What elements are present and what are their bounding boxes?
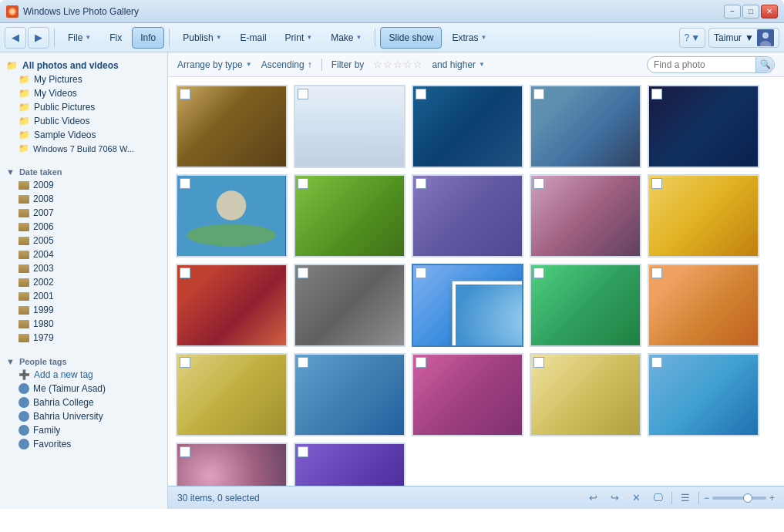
photo-thumb[interactable] [648,174,759,258]
sidebar-person-2[interactable]: Bahria University [0,409,167,423]
photo-checkbox[interactable] [533,268,544,278]
photo-checkbox[interactable] [180,178,190,189]
sidebar-person-1[interactable]: Bahria College [0,396,167,409]
publish-menu[interactable]: Publish ▼ [174,27,230,49]
photo-thumb[interactable] [530,353,641,436]
sidebar-year-1980[interactable]: 1980 [0,317,167,331]
fix-button[interactable]: Fix [101,27,130,49]
help-button[interactable]: ? ▼ [679,28,706,48]
slider-track[interactable] [712,497,766,500]
star-rating-filter[interactable]: ☆ ☆ ☆ ☆ ☆ [373,59,422,70]
photo-checkbox[interactable] [298,357,308,368]
photo-thumb[interactable] [294,443,405,486]
sidebar-year-2006[interactable]: 2006 [0,220,167,234]
sidebar-person-0[interactable]: Me (Taimur Asad) [0,382,167,396]
photo-checkbox[interactable] [651,268,662,278]
photo-thumb[interactable] [412,353,523,436]
photo-thumb[interactable] [412,174,523,258]
sidebar-year-2007[interactable]: 2007 [0,206,167,220]
photo-checkbox[interactable] [533,89,544,99]
photo-checkbox[interactable] [298,268,308,278]
photo-checkbox[interactable] [180,357,190,368]
make-menu[interactable]: Make ▼ [322,27,370,49]
photo-thumb[interactable] [176,85,288,168]
sidebar-person-4[interactable]: Favorites [0,437,167,451]
back-button[interactable]: ◀ [5,27,26,49]
photo-checkbox[interactable] [298,178,308,189]
photo-thumb[interactable] [176,174,288,258]
zoom-minus-icon[interactable]: − [704,493,709,503]
photo-checkbox[interactable] [651,89,662,99]
slider-thumb[interactable] [743,493,752,503]
photo-checkbox[interactable] [180,268,190,278]
photo-checkbox[interactable] [533,178,544,189]
list-view-button[interactable]: ☰ [677,490,694,507]
photo-thumb[interactable]: img23.jpg Not rated 3/6/2009 9:10 AM 1.3… [412,264,523,347]
photo-checkbox[interactable] [180,446,190,457]
sidebar-people-header[interactable]: ▼ People tags [0,352,167,368]
sidebar-year-2004[interactable]: 2004 [0,247,167,261]
sidebar-year-1979[interactable]: 1979 [0,331,167,345]
delete-button[interactable]: ✕ [628,490,645,507]
photo-checkbox[interactable] [416,89,426,99]
sidebar-year-2009[interactable]: 2009 [0,178,167,192]
sidebar-item-my-pictures[interactable]: 📁 My Pictures [0,72,167,86]
arrange-by-filter[interactable]: Arrange by type ▼ [177,59,252,70]
photo-thumb[interactable] [176,443,288,486]
undo-button[interactable]: ↩ [585,490,602,507]
photo-checkbox[interactable] [180,89,190,99]
photo-checkbox[interactable] [298,89,308,99]
maximize-button[interactable]: □ [742,5,759,19]
file-menu[interactable]: File ▼ [59,27,99,49]
photo-thumb[interactable] [294,174,405,258]
sidebar-year-2001[interactable]: 2001 [0,289,167,303]
sidebar-date-header[interactable]: ▼ Date taken [0,163,167,178]
forward-button[interactable]: ▶ [28,27,49,49]
sidebar-item-my-videos[interactable]: 📁 My Videos [0,86,167,100]
zoom-plus-icon[interactable]: + [769,493,775,503]
sidebar-year-2008[interactable]: 2008 [0,192,167,206]
print-menu[interactable]: Print ▼ [277,27,321,49]
photo-checkbox[interactable] [416,178,426,189]
search-button[interactable]: 🔍 [755,56,774,73]
photo-checkbox[interactable] [298,446,308,457]
photo-thumb[interactable] [294,264,405,347]
photo-thumb[interactable] [648,85,759,168]
extras-menu[interactable]: Extras ▼ [443,27,495,49]
photo-checkbox[interactable] [651,357,662,368]
email-button[interactable]: E-mail [232,27,275,49]
sidebar-item-public-pictures[interactable]: 📁 Public Pictures [0,100,167,114]
photo-thumb[interactable] [530,174,641,258]
photo-grid[interactable]: img23.jpg Not rated 3/6/2009 9:10 AM 1.3… [168,77,784,486]
photo-thumb[interactable] [176,353,288,436]
slideshow-button[interactable]: Slide show [380,27,442,49]
photo-thumb[interactable] [648,264,759,347]
and-higher-filter[interactable]: and higher ▼ [432,59,485,70]
photo-checkbox[interactable] [416,268,426,278]
sidebar-item-win7[interactable]: 📁 Windows 7 Build 7068 W... [0,142,167,155]
user-button[interactable]: Taimur ▼ [708,28,779,48]
sidebar-year-2002[interactable]: 2002 [0,275,167,289]
minimize-button[interactable]: − [724,5,741,19]
photo-thumb[interactable] [294,353,405,436]
photo-thumb[interactable] [176,264,288,347]
photo-thumb[interactable] [648,353,759,436]
photo-checkbox[interactable] [416,357,426,368]
sidebar-all-photos[interactable]: 📁 All photos and videos [0,57,167,72]
redo-button[interactable]: ↪ [607,490,624,507]
photo-thumb[interactable] [530,264,641,347]
sidebar-year-2003[interactable]: 2003 [0,261,167,275]
photo-thumb[interactable] [412,85,523,168]
sort-order-filter[interactable]: Ascending ↑ [261,59,312,70]
sidebar-year-1999[interactable]: 1999 [0,303,167,317]
photo-checkbox[interactable] [651,178,662,189]
sidebar-item-public-videos[interactable]: 📁 Public Videos [0,114,167,128]
sidebar-add-tag[interactable]: ➕ Add a new tag [0,368,167,382]
photo-thumb[interactable] [294,85,405,168]
sidebar-person-3[interactable]: Family [0,423,167,437]
sidebar-year-2005[interactable]: 2005 [0,234,167,247]
photo-checkbox[interactable] [533,357,544,368]
search-input[interactable] [648,59,755,70]
sidebar-item-sample-videos[interactable]: 📁 Sample Videos [0,128,167,142]
close-button[interactable]: ✕ [761,5,778,19]
